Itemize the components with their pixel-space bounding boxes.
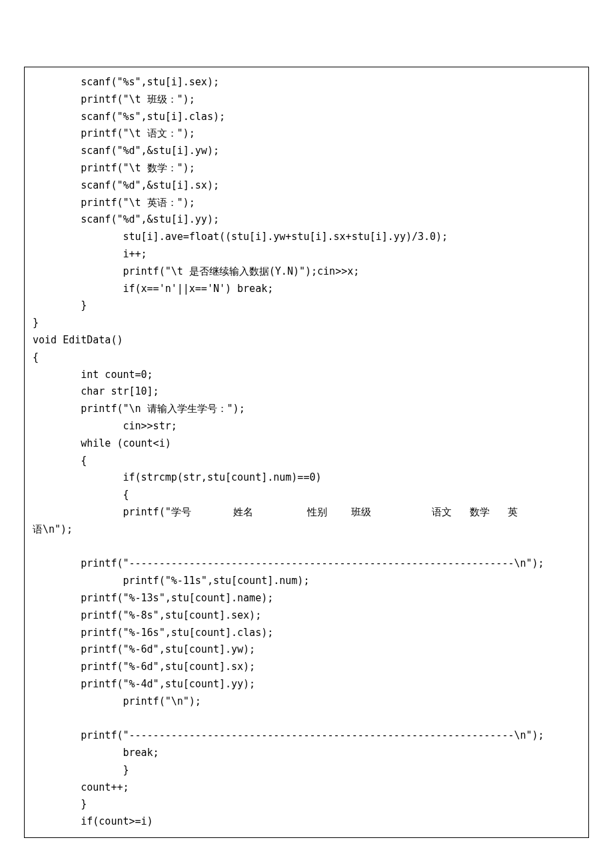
document-page: scanf("%s",stu[i].sex); printf("\t 班级：")… — [0, 0, 613, 868]
code-text: scanf("%s",stu[i].sex); printf("\t 班级：")… — [33, 74, 580, 831]
code-block: scanf("%s",stu[i].sex); printf("\t 班级：")… — [24, 67, 589, 838]
